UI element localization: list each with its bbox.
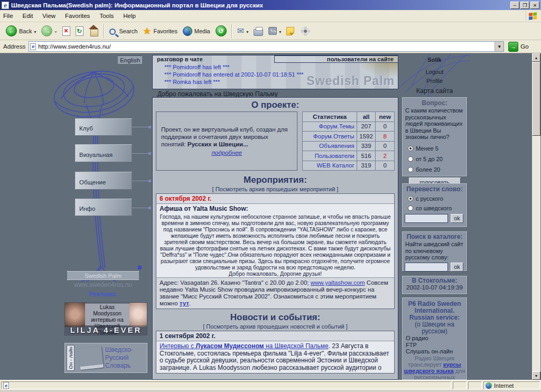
radio-ftp-link[interactable]: FTP <box>406 342 467 349</box>
address-input[interactable] <box>38 43 502 50</box>
radio-icon[interactable] <box>408 146 413 151</box>
poll-option[interactable]: Менее 5 <box>408 145 467 152</box>
notes-button[interactable] <box>284 26 297 36</box>
windows-logo <box>526 11 539 21</box>
menu-help[interactable]: Help <box>123 13 136 19</box>
events-archive-link[interactable]: [ Посмотреть архив прошедших мероприятий… <box>156 186 395 192</box>
close-button[interactable] <box>530 2 539 9</box>
news-body-text: Интервью с Лукасом Мудиссоном на Шведско… <box>156 341 394 373</box>
scrollbar-thumb[interactable] <box>532 62 540 136</box>
note-icon <box>286 27 294 35</box>
poll-option[interactable]: от 5 до 20 <box>408 156 467 162</box>
sitemap-link[interactable]: Карта сайта <box>402 87 467 95</box>
stat-link[interactable]: Форум.Ответы <box>303 132 357 142</box>
radio-icon[interactable] <box>408 167 413 172</box>
scroll-down-button[interactable]: ▼ <box>532 371 540 380</box>
forward-dropdown-icon[interactable] <box>54 28 57 34</box>
about-bold-text: Русских и Швеции... <box>188 141 248 147</box>
stat-link[interactable]: Форум.Темы <box>303 122 357 132</box>
home-icon <box>89 28 99 36</box>
language-english-link[interactable]: English <box>118 55 142 64</box>
table-header-row: Статистика all new <box>303 112 395 122</box>
stat-link[interactable]: Объявления <box>303 141 357 151</box>
stat-link[interactable]: Пользователи <box>303 151 357 161</box>
banner-film-title: LILJA 4-EVER <box>65 325 147 335</box>
menu-edit[interactable]: Edit <box>23 13 33 19</box>
stop-button[interactable] <box>60 25 73 37</box>
status-zone-label: Internet <box>494 382 514 389</box>
media-button[interactable]: Media <box>180 25 213 37</box>
history-icon <box>216 25 227 36</box>
address-dropdown-icon[interactable]: ▼ <box>495 42 503 51</box>
interview-link[interactable]: Интервью с Лукасом Мудиссоном на Шведско… <box>160 342 329 350</box>
translate-option[interactable]: со шведского <box>408 205 467 211</box>
menu-favorites[interactable]: Favorites <box>65 13 90 19</box>
stockholm-time-box: В Стокгольме: 2002-10-07 04:19:39 <box>402 276 467 294</box>
resize-button[interactable] <box>266 26 284 36</box>
history-button[interactable] <box>213 24 229 38</box>
stockholm-datetime: 2002-10-07 04:19:39 <box>403 284 467 291</box>
menu-tools[interactable]: Tools <box>99 13 114 19</box>
yaltashow-link[interactable]: www.yaltashow.com <box>311 279 365 286</box>
back-dropdown-icon[interactable] <box>34 28 36 34</box>
news-archive-link[interactable]: [ Посмотреть архив прошедших новостей и … <box>156 323 395 330</box>
star-icon: ★ <box>143 27 151 35</box>
flower-icon <box>304 30 307 33</box>
minimize-button[interactable] <box>510 2 519 9</box>
status-pane <box>453 381 467 389</box>
event-address: Адрес: Vasagatan 26. Казино "Tantra" с 2… <box>156 277 394 309</box>
events-title: Мероприятия: <box>156 175 395 185</box>
forward-button[interactable] <box>39 24 59 38</box>
menu-view[interactable]: View <box>42 13 55 19</box>
stockholm-title: В Стокгольме: <box>403 277 467 284</box>
address-bar: Address ▼ Go <box>0 40 541 53</box>
logout-link[interactable]: Logout <box>402 69 467 75</box>
vertical-scrollbar[interactable]: ▲ ▼ <box>532 53 540 380</box>
radio-icon[interactable] <box>408 196 413 201</box>
radio-icon[interactable] <box>408 206 413 211</box>
catalog-input[interactable] <box>405 263 448 272</box>
translate-ok-button[interactable]: ok <box>451 214 463 223</box>
mail-dropdown-icon[interactable] <box>246 28 248 34</box>
home-button[interactable] <box>86 25 101 38</box>
favorites-button[interactable]: ★ Favorites <box>140 26 180 36</box>
catalog-title: Поиск в каталоге: <box>403 233 467 240</box>
mail-button[interactable]: ✉ <box>235 25 251 37</box>
translate-option[interactable]: с русского <box>408 195 467 202</box>
sidebar-item-club[interactable]: Клуб <box>75 118 132 136</box>
icq-button[interactable] <box>297 24 314 38</box>
lilja-4ever-banner[interactable]: Lukas Moodysson интервью на Шведской Пал… <box>64 302 147 335</box>
refresh-button[interactable] <box>73 25 86 37</box>
radio-subtitle: (о Швеции на русском) <box>403 321 467 335</box>
sidebar-item-visual[interactable]: Визуальная <box>75 144 132 162</box>
online-vertical-label: Он - лайн <box>67 345 74 371</box>
maximize-button[interactable] <box>520 2 529 9</box>
page-status-icon <box>3 382 9 389</box>
table-row: Объявления 339 0 <box>303 141 395 151</box>
more-link[interactable]: подробнее <box>161 149 292 156</box>
users-online-tab[interactable]: пользователи на сайте <box>274 55 398 63</box>
sidebar-item-info[interactable]: Инфо <box>75 199 132 216</box>
dictionary-banner[interactable]: Он - лайн Шведско-Русский Словарь <box>64 343 147 373</box>
translate-input[interactable] <box>405 214 448 223</box>
scroll-up-button[interactable]: ▲ <box>532 53 540 62</box>
radio-listen-link[interactable]: Слушать он-лайн <box>406 348 467 355</box>
radio-about-link[interactable]: О радио <box>406 335 467 342</box>
go-button[interactable]: Go <box>508 42 528 52</box>
profile-link[interactable]: Profile <box>402 78 467 84</box>
catalog-ok-button[interactable]: ok <box>451 263 463 272</box>
print-button[interactable] <box>251 25 266 37</box>
window-frame-bottom <box>0 390 541 392</box>
radio-icon[interactable] <box>408 156 413 162</box>
back-button[interactable]: Back <box>3 24 39 38</box>
resize-dropdown-icon[interactable] <box>279 28 281 34</box>
statistics-table: Статистика all new Форум.Темы 207 0 Фору… <box>302 111 395 171</box>
sidebar-item-communication[interactable]: Общение <box>75 172 132 190</box>
swedish-palm-home-button[interactable]: Swedish Palm <box>67 271 139 280</box>
search-button[interactable]: Search <box>107 26 141 36</box>
chat-message: *** Romka has left *** <box>164 78 220 86</box>
menu-file[interactable]: File <box>3 13 13 19</box>
stat-link[interactable]: WEB Каталог <box>303 161 357 171</box>
poll-option[interactable]: более 20 <box>408 166 467 173</box>
here-link[interactable]: тут <box>180 300 189 306</box>
